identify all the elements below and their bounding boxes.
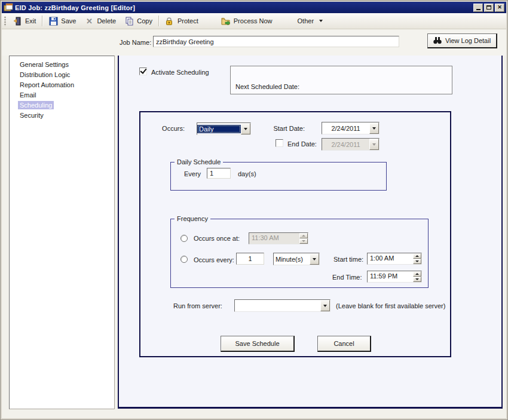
interval-unit-dropdown[interactable]: Minute(s) [273,253,320,265]
spinner-up-icon[interactable] [413,253,421,259]
job-name-input[interactable] [153,36,399,47]
copy-button[interactable]: Copy [120,14,157,27]
toolbar-separator [158,16,159,26]
binoculars-icon [433,37,442,44]
days-unit-label: day(s) [238,170,256,177]
cancel-button[interactable]: Cancel [317,336,371,352]
end-date-label[interactable]: End Date: [287,140,317,148]
chevron-down-icon [319,20,323,22]
frequency-group: Frequency Occurs once at: 11:30 AM Occur… [170,215,429,288]
run-from-server-value [235,305,320,306]
daily-schedule-group: Daily Schedule Every day(s) [170,158,387,191]
protect-button[interactable]: Protect [161,14,203,27]
copy-pages-icon [124,16,134,26]
frequency-legend: Frequency [175,215,210,222]
end-time-field[interactable]: 11:59 PM [367,271,422,283]
interval-unit-value: Minute(s) [274,255,310,263]
exit-door-icon [13,16,22,26]
save-label: Save [61,17,76,24]
start-time-field[interactable]: 1:00 AM [367,253,422,265]
exit-label: Exit [25,17,36,24]
sidebar-item-security[interactable]: Security [10,111,114,121]
end-time-value: 11:59 PM [368,271,413,282]
view-log-detail-label: View Log Detail [445,37,491,44]
lock-icon [165,16,175,26]
spinner-up-icon [299,233,308,238]
time-spinner[interactable] [413,271,421,282]
toolbar-grip [4,16,6,26]
delete-x-icon: ✕ [84,16,94,26]
spinner-down-icon[interactable] [413,277,421,282]
dropdown-arrow-icon[interactable] [310,253,319,265]
start-date-label: Start Date: [268,125,305,132]
save-button[interactable]: Save [44,14,80,27]
cancel-label: Cancel [333,340,354,347]
dropdown-arrow-icon [369,139,379,150]
sidebar-item-general-settings[interactable]: General Settings [10,60,114,70]
end-date-checkbox[interactable] [276,139,283,147]
run-from-server-note: (Leave blank for first available server) [336,302,445,309]
maximize-icon [486,5,491,10]
app-icon [4,3,13,12]
sidebar-item-email[interactable]: Email [10,90,114,100]
occurs-every-radio[interactable] [180,256,188,263]
daily-schedule-legend: Daily Schedule [175,158,223,165]
spinner-down-icon[interactable] [413,259,421,264]
schedule-settings-box: Occurs: Daily Start Date: 2/24/2011 End … [139,111,451,357]
sidebar-item-report-automation[interactable]: Report Automation [10,80,114,90]
end-date-dropdown: 2/24/2011 [322,138,380,151]
sidebar-item-scheduling[interactable]: Scheduling [10,100,114,111]
maximize-button[interactable] [484,4,494,12]
view-log-detail-button[interactable]: View Log Detail [427,33,497,48]
toolbar-separator [42,16,42,26]
toolbar: Exit Save ✕ Delete [2,13,506,29]
window-title: EID Job: zzBirthday Greeting [Editor] [15,4,473,11]
delete-label: Delete [97,17,116,24]
other-label: Other [298,17,314,24]
window-controls: ✕ [473,4,504,12]
delete-button[interactable]: ✕ Delete [80,14,120,27]
sidebar: General Settings Distribution Logic Repo… [9,56,115,409]
occurs-every-input[interactable] [236,253,264,265]
save-schedule-label: Save Schedule [235,340,280,347]
spinner-down-icon [299,238,308,244]
titlebar: EID Job: zzBirthday Greeting [Editor] ✕ [2,2,506,13]
minimize-icon [476,9,481,10]
scheduling-panel: Activate Scheduling Next Scheduled Date:… [118,56,503,409]
job-name-label: Job Name: [120,39,151,46]
dropdown-arrow-icon[interactable] [241,123,250,134]
close-icon: ✕ [497,5,502,10]
exit-button[interactable]: Exit [8,14,40,27]
dropdown-arrow-icon[interactable] [320,300,330,311]
occurs-once-time-field: 11:30 AM [249,232,308,244]
occurs-every-label[interactable]: Occurs every: [194,256,234,263]
occurs-once-radio[interactable] [180,235,188,242]
process-now-button[interactable]: Process Now [217,14,277,27]
spinner-up-icon[interactable] [413,271,421,277]
process-folder-icon [221,16,231,26]
dropdown-arrow-icon[interactable] [369,122,379,134]
start-date-dropdown[interactable]: 2/24/2011 [322,122,380,134]
sidebar-item-distribution-logic[interactable]: Distribution Logic [10,70,114,80]
floppy-disk-icon [48,16,58,26]
other-button[interactable]: Other [293,16,328,26]
start-time-label: Start time: [333,256,363,263]
occurs-value: Daily [197,125,241,133]
close-button[interactable]: ✕ [495,4,504,12]
process-now-label: Process Now [234,17,273,24]
start-date-value: 2/24/2011 [322,124,369,133]
time-spinner[interactable] [413,253,421,264]
every-days-input[interactable] [207,168,231,179]
minimize-button[interactable] [473,4,483,12]
activate-scheduling-label[interactable]: Activate Scheduling [151,69,209,76]
activate-scheduling-checkbox[interactable] [139,68,147,75]
run-from-server-dropdown[interactable] [234,299,330,312]
occurs-once-label[interactable]: Occurs once at: [194,235,240,242]
check-icon [140,67,146,74]
every-label: Every [184,170,201,177]
save-schedule-button[interactable]: Save Schedule [221,336,295,352]
next-scheduled-date-label: Next Scheduled Date: [235,83,299,90]
copy-label: Copy [137,17,152,24]
run-from-server-label: Run from server: [173,302,222,309]
occurs-dropdown[interactable]: Daily [197,122,251,135]
